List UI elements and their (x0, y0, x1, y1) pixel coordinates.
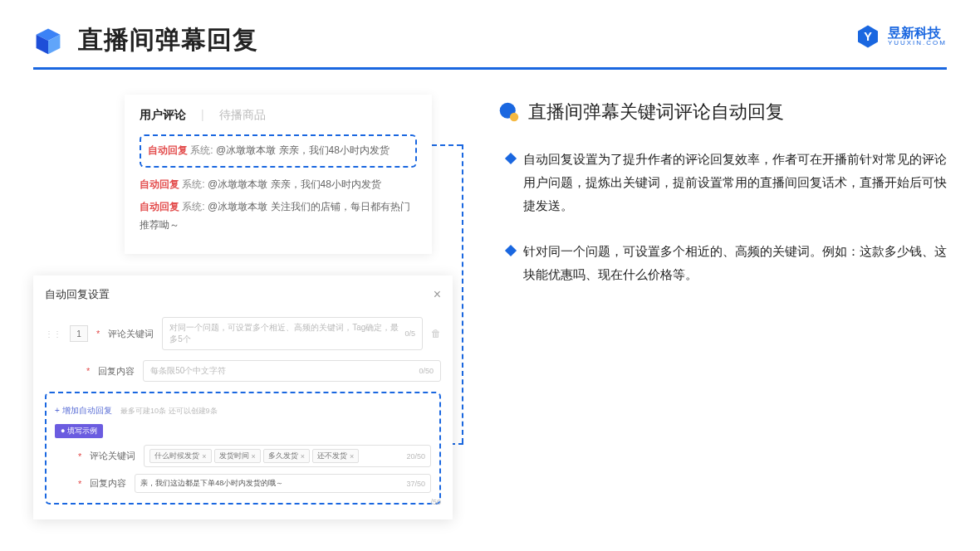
example-panel: + 增加自动回复 最多可建10条 还可以创建9条 ● 填写示例 * 评论关键词 … (45, 392, 441, 505)
tag-remove-icon[interactable]: × (350, 452, 354, 461)
keyword-tag[interactable]: 还不发货× (312, 449, 359, 463)
tag-remove-icon[interactable]: × (252, 452, 256, 461)
tag-remove-icon[interactable]: × (301, 452, 305, 461)
tab-user-comments[interactable]: 用户评论 (140, 108, 186, 123)
svg-text:Y: Y (864, 30, 872, 43)
add-auto-reply-link[interactable]: + 增加自动回复 (55, 406, 112, 415)
example-badge: ● 填写示例 (55, 424, 103, 438)
keyword-input[interactable]: 对同一个问题，可设置多个相近、高频的关键词，Tag确定，最多5个 0/5 (162, 317, 423, 350)
keyword-tag[interactable]: 多久发货× (263, 449, 310, 463)
bullet-item: 针对同一个问题，可设置多个相近的、高频的关键词。例如：这款多少钱、这块能优惠吗、… (498, 240, 947, 286)
tag-remove-icon[interactable]: × (202, 452, 206, 461)
content-label: 回复内容 (98, 365, 135, 378)
brand-logo: Y 昱新科技 YUUXIN.COM (855, 23, 947, 50)
example-content-input[interactable]: 亲，我们这边都是下单48小时内发货的哦～ 37/50 (135, 474, 431, 493)
brand-name-cn: 昱新科技 (888, 27, 947, 40)
connector-line (462, 144, 463, 443)
drag-handle-icon[interactable]: ⋮⋮ (45, 329, 61, 339)
comment-line: 自动回复 系统: @冰墩墩本墩 关注我们的店铺，每日都有热门推荐呦～ (140, 198, 417, 234)
diamond-bullet-icon (505, 153, 517, 164)
rule-index: 1 (70, 325, 88, 342)
connector-line (432, 144, 462, 146)
keyword-tag[interactable]: 什么时候发货× (149, 449, 211, 463)
highlighted-comment: 自动回复 系统: @冰墩墩本墩 亲亲，我们48小时内发货 (140, 134, 417, 168)
keyword-tag[interactable]: 发货时间× (214, 449, 261, 463)
content-input[interactable]: 每条限50个中文字符 0/50 (143, 360, 441, 382)
diamond-bullet-icon (505, 245, 517, 256)
brand-name-en: YUUXIN.COM (888, 40, 947, 46)
comments-panel: 用户评论 | 待播商品 自动回复 系统: @冰墩墩本墩 亲亲，我们48小时内发货… (125, 95, 432, 254)
bottom-counter: /50 (430, 498, 441, 506)
comment-line: 自动回复 系统: @冰墩墩本墩 亲亲，我们48小时内发货 (140, 176, 417, 194)
page-title: 直播间弹幕回复 (78, 23, 258, 57)
bullet-item: 自动回复设置为了提升作者的评论回复效率，作者可在开播前针对常见的评论用户问题，提… (498, 148, 947, 217)
auto-reply-settings-panel: 自动回复设置 × ⋮⋮ 1 * 评论关键词 对同一个问题，可设置多个相近、高频的… (33, 276, 453, 519)
chat-bubble-icon (498, 101, 520, 123)
delete-icon[interactable]: 🗑 (431, 328, 441, 339)
section-title: 直播间弹幕关键词评论自动回复 (528, 100, 784, 124)
example-keyword-input[interactable]: 什么时候发货×发货时间×多久发货×还不发货× 20/50 (144, 445, 431, 467)
keyword-label: 评论关键词 (108, 328, 154, 340)
auto-reply-tag: 自动回复 (148, 144, 188, 156)
add-hint: 最多可建10条 还可以创建9条 (120, 407, 218, 415)
logo-cube-icon (33, 26, 63, 56)
svg-point-5 (510, 113, 518, 121)
tab-pending-products[interactable]: 待播商品 (219, 108, 266, 123)
settings-title: 自动回复设置 (45, 287, 110, 302)
close-icon[interactable]: × (434, 287, 441, 302)
